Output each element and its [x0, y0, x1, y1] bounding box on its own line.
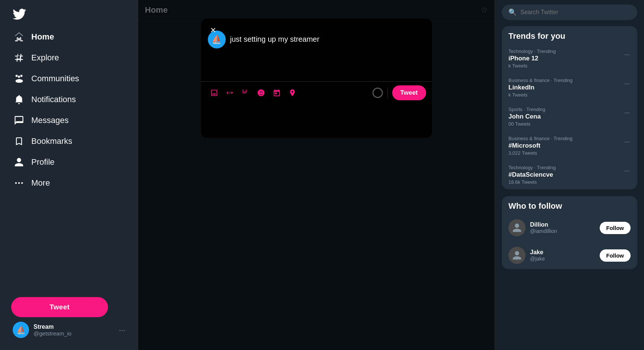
follow-item-1[interactable]: Jake @jake Follow — [502, 242, 637, 269]
sidebar-item-profile[interactable]: Profile — [7, 152, 130, 172]
trend-item-3[interactable]: Business & finance · Trending #Microsoft… — [502, 131, 637, 160]
sidebar-item-home[interactable]: Home — [7, 27, 130, 47]
schedule-button[interactable] — [270, 86, 284, 100]
trend-count-2: 00 Tweets — [508, 121, 631, 127]
trend-name-0: iPhone 12 — [508, 55, 631, 62]
trend-more-button-0[interactable]: ··· — [622, 49, 632, 60]
sidebar-item-explore[interactable]: Explore — [7, 48, 130, 68]
twitter-bird-icon — [13, 7, 26, 21]
sidebar-user-name: Stream — [34, 324, 114, 330]
add-poll-button[interactable] — [238, 86, 253, 100]
trend-more-button-2[interactable]: ··· — [622, 107, 632, 118]
trend-more-button-4[interactable]: ··· — [622, 165, 632, 176]
sidebar-user-info: Stream @getstream_io — [34, 324, 114, 337]
sidebar-item-explore-label: Explore — [31, 53, 59, 63]
modal-body: ⛵ just setting up my streamer — [201, 25, 432, 75]
trend-item-2[interactable]: Sports · Trending John Cena 00 Tweets ··… — [502, 102, 637, 131]
sidebar: Home Explore Communities Notifications — [0, 0, 138, 350]
bookmarks-icon — [13, 136, 25, 147]
sidebar-item-more-label: More — [31, 178, 50, 188]
trend-item-4[interactable]: Technology · Trending #DataSciencve 18.6… — [502, 160, 637, 189]
svg-point-0 — [15, 182, 17, 184]
follow-button-1[interactable]: Follow — [600, 249, 631, 262]
trend-meta-3: Business & finance · Trending — [508, 136, 631, 141]
trend-meta-4: Technology · Trending — [508, 165, 631, 170]
communities-icon — [13, 73, 25, 84]
location-icon — [288, 89, 296, 97]
compose-modal: ✕ ⛵ just setting up my streamer — [201, 19, 432, 138]
svg-point-1 — [18, 182, 20, 184]
home-icon — [13, 31, 25, 42]
follow-user-handle-1: @jake — [530, 256, 595, 262]
follow-avatar-1 — [508, 247, 526, 264]
follow-item-0[interactable]: Dillion @iamdillion Follow — [502, 214, 637, 242]
toolbar-right: Tweet — [372, 85, 426, 100]
follow-user-name-0: Dillion — [530, 221, 595, 228]
who-to-follow-box: Who to follow Dillion @iamdillion Follow… — [502, 196, 637, 269]
trends-title: Trends for you — [502, 26, 637, 44]
messages-icon — [13, 115, 25, 126]
trend-name-4: #DataSciencve — [508, 171, 631, 179]
add-gif-button[interactable] — [223, 86, 237, 100]
sidebar-item-bookmarks-label: Bookmarks — [31, 136, 72, 146]
sidebar-item-notifications[interactable]: Notifications — [7, 89, 130, 110]
profile-icon — [13, 157, 25, 168]
sidebar-user[interactable]: ⛵ Stream @getstream_io ··· — [7, 317, 130, 343]
gif-icon — [226, 89, 234, 97]
search-input[interactable] — [520, 9, 631, 16]
main-content: Home ☆ ✕ ⛵ just setting up my streamer — [138, 0, 495, 350]
sidebar-user-avatar: ⛵ — [13, 322, 29, 338]
trend-meta-2: Sports · Trending — [508, 107, 631, 112]
sidebar-item-messages[interactable]: Messages — [7, 110, 130, 130]
tweet-button[interactable]: Tweet — [11, 297, 108, 317]
toolbar-icons — [207, 86, 299, 100]
more-icon — [13, 177, 25, 189]
trends-box: Trends for you Technology · Trending iPh… — [502, 26, 637, 189]
svg-point-2 — [21, 182, 23, 184]
sidebar-item-messages-label: Messages — [31, 116, 69, 125]
sidebar-item-bookmarks[interactable]: Bookmarks — [7, 131, 130, 151]
modal-overlay: ✕ ⛵ just setting up my streamer — [138, 0, 495, 350]
add-image-button[interactable] — [207, 86, 221, 100]
modal-close-button[interactable]: ✕ — [207, 24, 220, 37]
tweet-text-input[interactable]: just setting up my streamer — [230, 31, 425, 75]
calendar-icon — [273, 89, 281, 97]
trend-name-3: #Microsoft — [508, 142, 631, 149]
trend-item[interactable]: Technology · Trending iPhone 12 k Tweets… — [502, 44, 637, 73]
follow-title: Who to follow — [502, 196, 637, 214]
search-icon: 🔍 — [508, 8, 517, 16]
sidebar-item-profile-label: Profile — [31, 157, 54, 167]
twitter-logo[interactable] — [7, 4, 130, 25]
sidebar-user-more-icon: ··· — [119, 326, 125, 334]
add-location-button[interactable] — [285, 86, 299, 100]
trend-count-0: k Tweets — [508, 63, 631, 69]
emoji-icon — [257, 89, 265, 97]
sidebar-user-handle: @getstream_io — [34, 330, 114, 337]
follow-button-0[interactable]: Follow — [600, 222, 631, 234]
poll-icon — [241, 89, 250, 97]
sidebar-item-home-label: Home — [31, 32, 54, 42]
add-emoji-button[interactable] — [254, 86, 268, 100]
submit-tweet-button[interactable]: Tweet — [392, 85, 426, 100]
sidebar-item-more[interactable]: More — [7, 173, 130, 193]
trend-count-1: k Tweets — [508, 92, 631, 98]
trend-meta-1: Business & finance · Trending — [508, 78, 631, 83]
sidebar-item-communities[interactable]: Communities — [7, 69, 130, 89]
trend-more-button-3[interactable]: ··· — [622, 136, 632, 147]
follow-avatar-0 — [508, 219, 526, 236]
trend-meta-0: Technology · Trending — [508, 48, 631, 54]
toolbar-divider — [387, 88, 388, 98]
modal-toolbar: Tweet — [201, 81, 432, 106]
follow-user-name-1: Jake — [530, 249, 595, 256]
trend-item-1[interactable]: Business & finance · Trending LinkedIn k… — [502, 73, 637, 102]
character-count-circle — [372, 88, 383, 98]
notifications-icon — [13, 94, 25, 105]
sidebar-item-notifications-label: Notifications — [31, 95, 76, 104]
trend-name-1: LinkedIn — [508, 84, 631, 91]
explore-icon — [13, 52, 25, 63]
trend-name-2: John Cena — [508, 113, 631, 120]
image-icon — [210, 89, 218, 97]
search-bar: 🔍 — [502, 4, 637, 20]
trend-more-button-1[interactable]: ··· — [622, 78, 632, 89]
sidebar-item-communities-label: Communities — [31, 74, 79, 83]
